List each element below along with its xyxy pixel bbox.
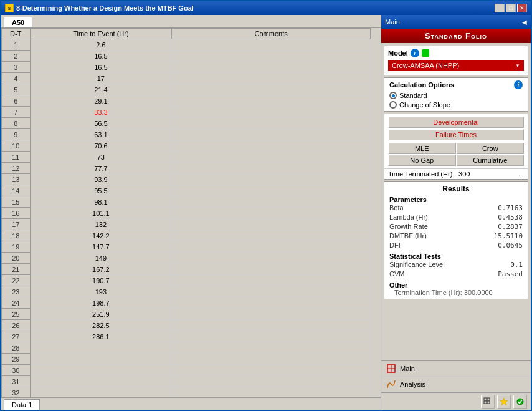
cell-comments[interactable]: [172, 241, 371, 253]
cell-time[interactable]: 17: [30, 73, 172, 84]
failure-times-button[interactable]: Failure Times: [388, 129, 524, 140]
table-row[interactable]: 733.3: [2, 107, 381, 118]
cell-comments[interactable]: [172, 264, 371, 275]
cell-time[interactable]: [30, 342, 172, 354]
cell-time[interactable]: [30, 354, 172, 365]
cell-comments[interactable]: [172, 230, 371, 241]
grid-toolbar-button[interactable]: [481, 395, 495, 409]
cell-comments[interactable]: [172, 118, 371, 129]
table-row[interactable]: 23193: [2, 286, 381, 297]
table-row[interactable]: 16101.1: [2, 208, 381, 219]
close-button[interactable]: ✕: [517, 4, 527, 12]
crow-button[interactable]: Crow: [457, 143, 525, 154]
radio-standard[interactable]: Standard: [389, 92, 523, 99]
cell-comments[interactable]: [172, 365, 371, 376]
cell-time[interactable]: [30, 376, 172, 387]
table-row[interactable]: 1495.5: [2, 185, 381, 196]
cell-time[interactable]: 101.1: [30, 208, 172, 219]
nav-item-analysis[interactable]: Analysis: [381, 377, 531, 392]
table-row[interactable]: 30: [2, 365, 381, 376]
cell-comments[interactable]: [172, 275, 371, 286]
radio-change-of-slope[interactable]: Change of Slope: [389, 101, 523, 109]
mle-button[interactable]: MLE: [388, 143, 456, 154]
minimize-button[interactable]: _: [495, 4, 505, 12]
calc-info-icon[interactable]: i: [514, 80, 523, 89]
cell-comments[interactable]: [172, 152, 371, 163]
bottom-tab-data1[interactable]: Data 1: [4, 399, 40, 410]
table-row[interactable]: 12.6: [2, 39, 381, 51]
table-row[interactable]: 26282.5: [2, 320, 381, 331]
cell-time[interactable]: 132: [30, 219, 172, 230]
table-row[interactable]: 20149: [2, 253, 381, 264]
table-row[interactable]: 21167.2: [2, 264, 381, 275]
cell-comments[interactable]: [172, 140, 371, 152]
table-row[interactable]: 521.4: [2, 84, 381, 95]
table-row[interactable]: 1393.9: [2, 174, 381, 185]
cell-comments[interactable]: [172, 297, 371, 309]
cell-comments[interactable]: [172, 331, 371, 342]
cell-time[interactable]: 56.5: [30, 118, 172, 129]
table-row[interactable]: 32: [2, 387, 381, 398]
table-row[interactable]: 29: [2, 354, 381, 365]
cell-time[interactable]: 147.7: [30, 241, 172, 253]
star-toolbar-button[interactable]: [497, 395, 511, 409]
cell-time[interactable]: 190.7: [30, 275, 172, 286]
cell-comments[interactable]: [172, 309, 371, 320]
cell-time[interactable]: 282.5: [30, 320, 172, 331]
cell-time[interactable]: 98.1: [30, 196, 172, 208]
cell-comments[interactable]: [172, 107, 371, 118]
table-row[interactable]: 31: [2, 376, 381, 387]
table-row[interactable]: 1173: [2, 152, 381, 163]
cell-comments[interactable]: [172, 286, 371, 297]
cell-time[interactable]: 95.5: [30, 185, 172, 196]
spreadsheet-container[interactable]: D-T Time to Event (Hr) Comments 12.6216.…: [1, 28, 381, 397]
table-row[interactable]: 856.5: [2, 118, 381, 129]
cell-comments[interactable]: [172, 73, 371, 84]
nav-item-main[interactable]: Main: [381, 361, 531, 377]
table-row[interactable]: 216.5: [2, 51, 381, 62]
cell-time[interactable]: 29.1: [30, 95, 172, 107]
cell-comments[interactable]: [172, 208, 371, 219]
cell-time[interactable]: 149: [30, 253, 172, 264]
cell-comments[interactable]: [172, 219, 371, 230]
cumulative-button[interactable]: Cumulative: [457, 155, 525, 166]
cell-comments[interactable]: [172, 163, 371, 174]
time-terminated-dots[interactable]: ...: [518, 170, 524, 178]
cell-comments[interactable]: [172, 387, 371, 398]
cell-comments[interactable]: [172, 253, 371, 264]
maximize-button[interactable]: □: [506, 4, 516, 12]
cell-comments[interactable]: [172, 376, 371, 387]
table-row[interactable]: 629.1: [2, 95, 381, 107]
table-row[interactable]: 19147.7: [2, 241, 381, 253]
cell-time[interactable]: 286.1: [30, 331, 172, 342]
collapse-icon[interactable]: ◀: [522, 19, 527, 26]
table-row[interactable]: 24198.7: [2, 297, 381, 309]
cell-comments[interactable]: [172, 84, 371, 95]
table-row[interactable]: 22190.7: [2, 275, 381, 286]
cell-comments[interactable]: [172, 320, 371, 331]
cell-time[interactable]: 16.5: [30, 62, 172, 73]
cell-time[interactable]: 21.4: [30, 84, 172, 95]
table-row[interactable]: 1070.6: [2, 140, 381, 152]
table-row[interactable]: 28: [2, 342, 381, 354]
cell-comments[interactable]: [172, 196, 371, 208]
tab-a50[interactable]: A50: [4, 17, 32, 27]
cell-time[interactable]: 167.2: [30, 264, 172, 275]
cell-time[interactable]: [30, 365, 172, 376]
cell-comments[interactable]: [172, 62, 371, 73]
check-toolbar-button[interactable]: [513, 395, 527, 409]
no-gap-button[interactable]: No Gap: [388, 155, 456, 166]
cell-comments[interactable]: [172, 185, 371, 196]
table-row[interactable]: 316.5: [2, 62, 381, 73]
cell-comments[interactable]: [172, 342, 371, 354]
model-info-icon[interactable]: i: [411, 49, 419, 57]
cell-time[interactable]: 142.2: [30, 230, 172, 241]
cell-time[interactable]: 193: [30, 286, 172, 297]
table-row[interactable]: 17132: [2, 219, 381, 230]
cell-time[interactable]: 63.1: [30, 129, 172, 140]
cell-time[interactable]: 2.6: [30, 39, 172, 51]
cell-time[interactable]: [30, 387, 172, 398]
cell-comments[interactable]: [172, 129, 371, 140]
table-row[interactable]: 1598.1: [2, 196, 381, 208]
cell-time[interactable]: 33.3: [30, 107, 172, 118]
